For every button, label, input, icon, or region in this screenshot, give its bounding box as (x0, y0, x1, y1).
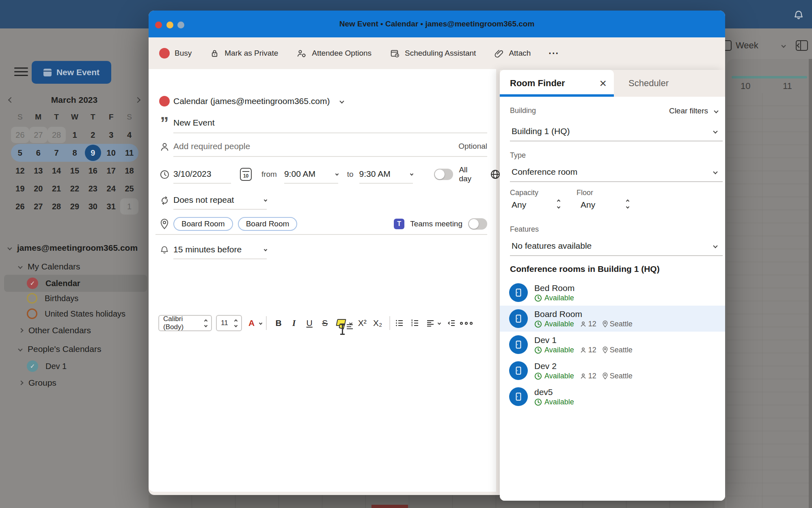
sidebar-group-other-calendars[interactable]: Other Calendars (19, 326, 91, 335)
mini-cal-day[interactable]: 7 (48, 145, 65, 161)
building-select[interactable]: Building 1 (HQ) (510, 122, 723, 141)
required-people-input[interactable]: Add required people (173, 141, 250, 151)
mini-cal-day[interactable]: 2 (85, 127, 101, 143)
mini-cal-day[interactable]: 26 (12, 198, 28, 215)
event-title-input[interactable]: New Event (173, 118, 215, 128)
teams-meeting-toggle[interactable] (468, 218, 487, 230)
mini-cal-day[interactable]: 23 (85, 180, 101, 197)
strikethrough-button[interactable]: S (317, 318, 333, 328)
alignment-button[interactable] (425, 318, 436, 328)
scrollbar[interactable] (809, 59, 812, 508)
chevron-down-icon[interactable] (410, 172, 413, 176)
date-input[interactable]: 3/10/2023 (173, 169, 211, 179)
start-time-input[interactable]: 9:00 AM (284, 169, 315, 179)
bold-button[interactable]: B (271, 318, 286, 328)
room-list-item[interactable]: dev5Available (500, 384, 725, 410)
italic-button[interactable]: I (286, 318, 302, 328)
close-icon[interactable]: × (599, 78, 607, 89)
font-name-select[interactable]: Calibri (Body) (158, 315, 212, 331)
mini-cal-day[interactable]: 19 (12, 180, 28, 197)
all-day-toggle[interactable] (434, 169, 453, 180)
more-formatting-button[interactable] (460, 322, 473, 325)
mini-cal-day[interactable]: 28 (48, 198, 65, 215)
capacity-stepper[interactable] (557, 200, 560, 208)
mini-cal-day[interactable]: 22 (67, 180, 83, 197)
mini-cal-day[interactable]: 12 (12, 163, 28, 179)
optional-people-link[interactable]: Optional (458, 142, 487, 151)
features-select[interactable]: No features available (510, 237, 723, 256)
mini-cal-day[interactable]: 13 (30, 163, 46, 179)
mini-cal-day[interactable]: 16 (85, 163, 101, 179)
font-size-select[interactable]: 11 (216, 315, 242, 331)
font-color-button[interactable]: A (248, 319, 255, 327)
numbered-list-button[interactable] (410, 318, 420, 328)
sidebar-group-my-calendars[interactable]: My Calendars (19, 262, 80, 271)
type-select[interactable]: Conference room (510, 163, 723, 182)
bullet-list-button[interactable] (394, 318, 405, 328)
sidebar-item-us-holidays[interactable]: United States holidays (27, 308, 125, 319)
mini-cal-day[interactable]: 6 (30, 145, 46, 161)
modal-title-bar[interactable]: New Event • Calendar • james@meetingroom… (149, 11, 725, 37)
mini-cal-day[interactable]: 31 (103, 198, 119, 215)
mini-cal-day[interactable]: 14 (48, 163, 65, 179)
chevron-down-icon[interactable] (259, 321, 262, 325)
clear-filters-button[interactable]: Clear filters (669, 106, 718, 115)
mini-cal-day[interactable]: 5 (12, 145, 28, 161)
room-list-item[interactable]: Dev 2Available12Seattle (500, 358, 725, 384)
view-selector[interactable]: Week (721, 37, 812, 54)
font-name-stepper-icon[interactable] (205, 320, 207, 327)
minimize-window-icon[interactable] (166, 22, 173, 28)
mini-cal-day[interactable]: 1 (67, 127, 83, 143)
attendee-options-button[interactable]: Attendee Options (296, 48, 371, 59)
room-list-item[interactable]: Board RoomAvailable12Seattle (500, 306, 725, 332)
account-row[interactable]: james@meetingroom365.com (8, 243, 138, 253)
sidebar-item-birthdays[interactable]: Birthdays (27, 293, 78, 304)
mini-cal-day[interactable]: 3 (103, 127, 119, 143)
sidebar-item-calendar[interactable]: ✓ Calendar (27, 278, 80, 289)
repeat-select[interactable]: Does not repeat (173, 195, 234, 205)
tab-scheduler[interactable]: Scheduler (628, 70, 669, 97)
more-commands-button[interactable]: ··· (549, 48, 559, 59)
sidebar-group-peoples-calendars[interactable]: People's Calendars (19, 344, 101, 354)
mini-cal-day[interactable]: 8 (67, 145, 83, 161)
mini-cal-day[interactable]: 24 (103, 180, 119, 197)
hamburger-menu-icon[interactable] (14, 67, 28, 77)
chevron-down-icon[interactable] (335, 172, 338, 176)
superscript-button[interactable]: X² (354, 318, 370, 328)
mini-cal-day[interactable]: 26 (11, 127, 29, 143)
outdent-button[interactable] (446, 318, 457, 328)
end-time-input[interactable]: 9:30 AM (359, 169, 391, 179)
mini-cal-day[interactable]: 30 (85, 198, 101, 215)
tab-room-finder[interactable]: Room Finder × (500, 70, 614, 97)
sidebar-group-groups[interactable]: Groups (19, 378, 56, 388)
mini-cal-day[interactable]: 9 (85, 145, 101, 161)
floor-stepper[interactable] (626, 200, 629, 208)
floor-input[interactable]: Any (581, 200, 595, 210)
mini-cal-day[interactable]: 4 (121, 127, 138, 143)
calendar-select[interactable]: Calendar (james@meetingroom365.com) (173, 96, 330, 106)
mini-cal-day[interactable]: 20 (30, 180, 46, 197)
subscript-button[interactable]: X₂ (370, 318, 385, 328)
mini-cal-day[interactable]: 27 (30, 198, 46, 215)
location-chip[interactable]: Board Room (238, 217, 298, 231)
sidebar-item-dev1[interactable]: ✓ Dev 1 (27, 360, 67, 372)
next-month-icon[interactable] (135, 97, 140, 103)
room-list-item[interactable]: Bed RoomAvailable (500, 280, 725, 306)
location-chip[interactable]: Board Room (173, 217, 233, 231)
close-window-icon[interactable] (155, 22, 162, 28)
mini-cal-day[interactable]: 27 (29, 127, 48, 143)
event-description-editor[interactable] (158, 337, 486, 508)
mini-cal-day[interactable]: 28 (48, 127, 66, 143)
busy-status-button[interactable]: Busy (159, 48, 192, 59)
date-picker-icon[interactable]: 10 (240, 168, 252, 181)
collapse-panel-icon[interactable] (796, 40, 808, 51)
mini-cal-day[interactable]: 21 (48, 180, 65, 197)
mini-cal-day[interactable]: 15 (67, 163, 83, 179)
room-list-item[interactable]: Dev 1Available12Seattle (500, 332, 725, 358)
attach-button[interactable]: Attach (494, 48, 531, 59)
mini-cal-day[interactable]: 29 (67, 198, 83, 215)
reminder-select[interactable]: 15 minutes before (173, 245, 242, 254)
mini-cal-day[interactable]: 17 (103, 163, 119, 179)
new-event-button[interactable]: New Event (32, 61, 111, 84)
scheduling-assistant-button[interactable]: Scheduling Assistant (389, 48, 476, 59)
